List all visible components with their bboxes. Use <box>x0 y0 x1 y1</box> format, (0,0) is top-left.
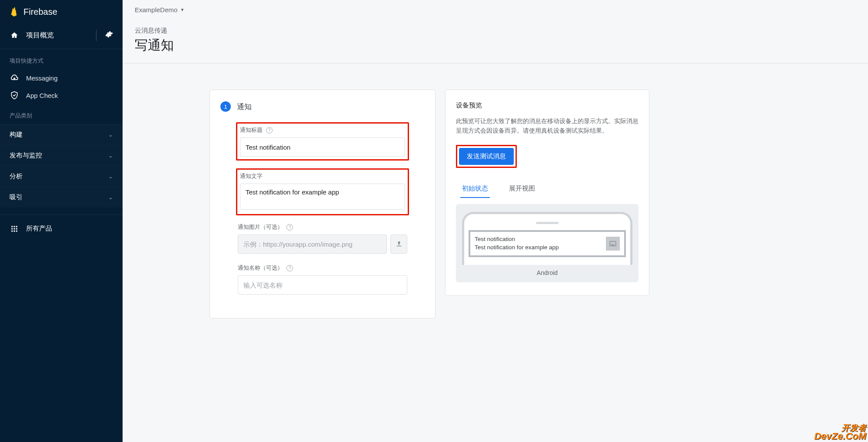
project-overview-link[interactable]: 项目概览 <box>10 31 54 40</box>
sidebar-item-appcheck[interactable]: App Check <box>0 87 123 104</box>
step-row: 1 通知 <box>220 101 425 112</box>
notification-preview-text: Test notification for example app <box>475 244 559 252</box>
category-label: 发布与监控 <box>10 151 42 160</box>
help-icon[interactable]: ? <box>266 127 273 134</box>
upload-image-button[interactable] <box>390 234 407 254</box>
sidebar-item-messaging[interactable]: Messaging <box>0 69 123 87</box>
svg-rect-6 <box>11 230 13 231</box>
main-content: ExampleDemo ▼ 云消息传递 写通知 1 通知 通知标题 ? <box>123 0 868 442</box>
notification-form-card: 1 通知 通知标题 ? 通知文字 <box>210 90 436 318</box>
preview-title: 设备预览 <box>456 101 639 110</box>
highlighted-title-field: 通知标题 ? <box>236 122 409 161</box>
category-build[interactable]: 构建 ⌄ <box>0 124 123 145</box>
name-field-label: 通知名称（可选） <box>238 264 283 272</box>
svg-rect-5 <box>16 228 17 229</box>
project-selector[interactable]: ExampleDemo ▼ <box>135 6 856 13</box>
dropdown-triangle-icon: ▼ <box>180 7 184 12</box>
platform-label: Android <box>462 269 632 276</box>
text-field-label: 通知文字 <box>240 172 263 180</box>
sidebar-item-label: Messaging <box>26 74 58 82</box>
notification-image-input[interactable] <box>238 234 387 254</box>
brand-text: Firebase <box>23 7 57 17</box>
category-release[interactable]: 发布与监控 ⌄ <box>0 145 123 166</box>
upload-icon <box>395 240 403 248</box>
section-categories-header: 产品类别 <box>0 104 123 124</box>
svg-rect-4 <box>14 228 15 229</box>
home-icon <box>10 31 19 39</box>
notification-preview-title: Test notification <box>475 235 559 244</box>
all-products-label: 所有产品 <box>26 224 52 233</box>
image-field-label: 通知图片（可选） <box>238 223 283 231</box>
grid-icon <box>10 225 19 233</box>
help-icon[interactable]: ? <box>286 224 293 231</box>
category-engage[interactable]: 吸引 ⌄ <box>0 187 123 208</box>
device-preview-card: 设备预览 此预览可让您大致了解您的消息在移动设备上的显示方式。实际消息呈现方式会… <box>445 90 649 296</box>
brand-row[interactable]: Firebase <box>0 0 123 25</box>
cloud-messaging-icon <box>10 74 19 82</box>
project-overview-label: 项目概览 <box>26 31 54 40</box>
highlighted-text-field: 通知文字 <box>236 168 409 215</box>
notification-preview-card: Test notification Test notification for … <box>469 230 626 257</box>
preview-description: 此预览可让您大致了解您的消息在移动设备上的显示方式。实际消息呈现方式会因设备而异… <box>456 117 639 135</box>
step-number-badge: 1 <box>220 101 231 112</box>
all-products-link[interactable]: 所有产品 <box>0 214 123 242</box>
notification-name-input[interactable] <box>238 275 407 295</box>
divider <box>96 30 96 41</box>
name-field: 通知名称（可选） ? <box>220 264 425 295</box>
step-label: 通知 <box>237 102 252 112</box>
sidebar: Firebase 项目概览 项目快捷方式 Messaging App Check… <box>0 0 123 442</box>
help-icon[interactable]: ? <box>286 265 293 271</box>
tab-expanded-view[interactable]: 展开视图 <box>507 180 537 198</box>
title-field-label: 通知标题 <box>240 126 263 134</box>
send-test-message-button[interactable]: 发送测试消息 <box>459 148 514 165</box>
notification-text-input[interactable] <box>240 184 405 210</box>
project-overview-row: 项目概览 <box>0 25 123 49</box>
svg-rect-3 <box>11 228 13 229</box>
category-label: 构建 <box>10 131 23 139</box>
chevron-down-icon: ⌄ <box>108 194 113 201</box>
preview-tabs: 初始状态 展开视图 <box>456 180 639 198</box>
project-name: ExampleDemo <box>135 6 177 13</box>
svg-rect-1 <box>14 226 15 227</box>
page-title: 写通知 <box>135 37 856 54</box>
image-placeholder-icon <box>606 237 620 251</box>
breadcrumb-sub: 云消息传递 <box>135 27 856 35</box>
category-label: 吸引 <box>10 193 23 201</box>
category-label: 分析 <box>10 172 23 181</box>
chevron-down-icon: ⌄ <box>108 173 113 180</box>
svg-rect-9 <box>396 246 401 247</box>
svg-rect-2 <box>16 226 17 227</box>
shield-check-icon <box>10 91 19 100</box>
chevron-down-icon: ⌄ <box>108 131 113 138</box>
settings-gear-icon[interactable] <box>105 30 113 40</box>
main-header: ExampleDemo ▼ 云消息传递 写通知 <box>123 0 868 64</box>
highlighted-send-button: 发送测试消息 <box>456 145 517 168</box>
svg-rect-0 <box>11 226 13 227</box>
image-field: 通知图片（可选） ? <box>220 223 425 254</box>
chevron-down-icon: ⌄ <box>108 152 113 159</box>
sidebar-item-label: App Check <box>26 92 58 99</box>
phone-preview-area: Test notification Test notification for … <box>456 204 639 282</box>
category-analytics[interactable]: 分析 ⌄ <box>0 166 123 187</box>
svg-rect-8 <box>16 230 17 231</box>
phone-shell: Test notification Test notification for … <box>462 212 632 265</box>
notification-title-input[interactable] <box>240 137 405 157</box>
phone-speaker <box>536 222 559 224</box>
section-shortcuts-header: 项目快捷方式 <box>0 49 123 69</box>
tab-initial-state[interactable]: 初始状态 <box>460 180 490 198</box>
firebase-logo-icon <box>10 6 19 17</box>
svg-rect-7 <box>14 230 15 231</box>
